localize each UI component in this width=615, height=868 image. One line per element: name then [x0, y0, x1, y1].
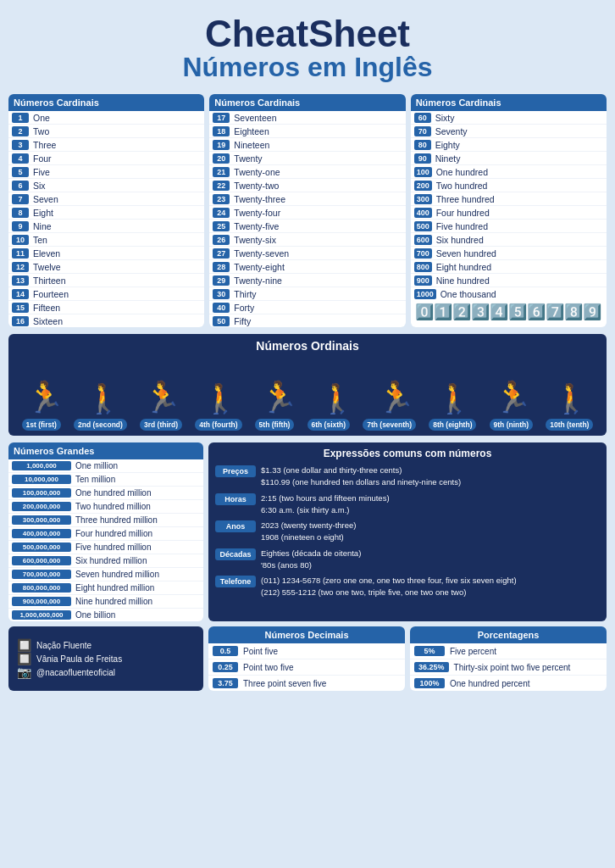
- table-row: 5Five: [8, 165, 204, 179]
- expr-line: '80s (anos 80): [261, 559, 361, 571]
- number-badge: 1000: [414, 289, 436, 299]
- grandes-badge: 800,000,000: [12, 583, 71, 593]
- number-word: One hundred: [436, 167, 488, 177]
- decimais-header: Números Decimais: [208, 626, 405, 643]
- table-row: 900,000,000Nine hundred million: [8, 595, 203, 609]
- table-row: 200Two hundred: [411, 179, 607, 192]
- table-row: 50Fifty: [209, 314, 405, 327]
- grandes-badge: 10,000,000: [12, 475, 71, 484]
- number-badge: 60: [414, 113, 431, 123]
- ordinal-label: 2nd (second): [74, 419, 127, 431]
- number-badge: 400: [414, 208, 432, 218]
- table-row: 100%One hundred percent: [410, 676, 607, 691]
- number-word: Fourteen: [33, 289, 69, 299]
- table-row: 900Nine hundred: [411, 274, 607, 287]
- grandes-word: Two hundred million: [75, 502, 151, 511]
- number-badge: 20: [213, 153, 230, 164]
- expr-content: 2023 (twenty twenty-three)1908 (nineteen…: [261, 520, 356, 544]
- cardinals-row: Números Cardinais 1One2Two3Three4Four5Fi…: [8, 94, 607, 327]
- table-row: 8Eight: [8, 206, 204, 220]
- number-badge: 8: [12, 208, 29, 218]
- number-word: Eight hundred: [436, 262, 491, 272]
- expr-row: Anos2023 (twenty twenty-three)1908 (nine…: [215, 520, 600, 544]
- brand-text: Nação Fluente: [36, 641, 91, 650]
- table-row: 1One: [8, 111, 204, 125]
- number-word: Fifty: [234, 316, 251, 326]
- expr-line: 6:30 a.m. (six thirty a.m.): [261, 504, 390, 516]
- table-row: 18Eighteen: [209, 125, 405, 138]
- grandes-word: One hundred million: [75, 488, 152, 498]
- brand-icon: 📷: [17, 665, 31, 679]
- expr-content: Eighties (década de oitenta)'80s (anos 8…: [261, 548, 361, 572]
- expr-content: $1.33 (one dollar and thirty-three cents…: [261, 465, 461, 489]
- number-word: Thirty: [234, 289, 256, 299]
- number-badge: 90: [414, 153, 431, 164]
- title-line2: Números em Inglês: [8, 53, 607, 82]
- table-row: 28Twenty-eight: [209, 260, 405, 274]
- number-badge: 11: [12, 248, 29, 259]
- table-row: 5%Five percent: [410, 643, 607, 659]
- expr-line: Eighties (década de oitenta): [261, 548, 361, 559]
- grandes-badge: 1,000,000: [12, 461, 71, 470]
- brand-text: Vânia Paula de Freitas: [36, 654, 122, 664]
- grandes-badge: 300,000,000: [12, 515, 71, 525]
- table-row: 2Two: [8, 125, 204, 138]
- grandes-word: One billion: [75, 610, 115, 620]
- number-badge: 9: [12, 221, 29, 231]
- ordinal-label: 8th (eighth): [429, 419, 476, 431]
- title-line1: CheatSheet: [8, 15, 607, 53]
- number-word: Eleven: [33, 248, 60, 259]
- number-badge: 10: [12, 235, 29, 245]
- table-row: 700Seven hundred: [411, 247, 607, 260]
- cardinal-col2-header: Números Cardinais: [209, 94, 405, 111]
- table-row: 500Five hundred: [411, 220, 607, 233]
- number-badge: 900: [414, 275, 432, 286]
- runner-2: 🚶: [86, 381, 121, 415]
- table-row: 1000One thousand: [411, 287, 607, 300]
- table-row: 24Twenty-four: [209, 206, 405, 220]
- number-badge: 100: [414, 167, 432, 177]
- expr-line: 2:15 (two hours and fifteen minutes): [261, 492, 390, 504]
- number-badge: 28: [213, 262, 230, 272]
- table-row: 100,000,000One hundred million: [8, 487, 203, 500]
- grandes-badge: 400,000,000: [12, 529, 71, 538]
- decimais-section: Números Decimais 0.5Point five0.25Point …: [208, 626, 405, 691]
- number-badge: 700: [414, 248, 432, 259]
- number-word: Fifteen: [33, 303, 60, 313]
- number-word: Two: [33, 126, 49, 136]
- grandes-word: Six hundred million: [75, 556, 147, 565]
- col1-items: 1One2Two3Three4Four5Five6Six7Seven8Eight…: [8, 111, 204, 327]
- table-row: 10,000,000Ten million: [8, 473, 203, 487]
- table-row: 6Six: [8, 179, 204, 192]
- number-word: Thirteen: [33, 275, 66, 286]
- expr-category-label: Horas: [215, 493, 256, 505]
- cardinal-col-3: Números Cardinais 60Sixty70Seventy80Eigh…: [411, 94, 607, 327]
- table-row: 11Eleven: [8, 247, 204, 260]
- number-badge: 70: [414, 126, 431, 136]
- table-row: 22Twenty-two: [209, 179, 405, 192]
- cardinal-col-2: Números Cardinais 17Seventeen18Eighteen1…: [209, 94, 405, 327]
- por-word: One hundred percent: [450, 679, 530, 688]
- number-badge: 5: [12, 167, 29, 177]
- number-word: Nine: [33, 221, 52, 231]
- grandes-badge: 100,000,000: [12, 488, 71, 498]
- table-row: 0.25Point two five: [208, 659, 405, 676]
- grandes-word: Four hundred million: [75, 529, 152, 538]
- runner-8: 🚶: [436, 381, 472, 415]
- table-row: 36.25%Thirty-six point two five percent: [410, 659, 607, 676]
- number-badge: 18: [213, 126, 230, 136]
- number-badge: 26: [213, 235, 230, 245]
- number-word: Six hundred: [436, 235, 484, 245]
- grandes-badge: 700,000,000: [12, 570, 71, 579]
- expr-line: (212) 555-1212 (two one two, triple five…: [261, 587, 517, 598]
- expr-category-label: Anos: [215, 520, 256, 532]
- runner-7: 🏃: [377, 380, 415, 415]
- runner-1: 🏃: [26, 380, 64, 415]
- table-row: 400,000,000Four hundred million: [8, 527, 203, 541]
- brand-item: 🔲Nação Fluente: [17, 638, 195, 652]
- number-word: Twenty-one: [234, 167, 280, 177]
- brand-text: @nacaofluenteoficial: [36, 668, 115, 677]
- table-row: 600Six hundred: [411, 233, 607, 247]
- grandes-word: Three hundred million: [75, 515, 158, 525]
- table-row: 27Twenty-seven: [209, 247, 405, 260]
